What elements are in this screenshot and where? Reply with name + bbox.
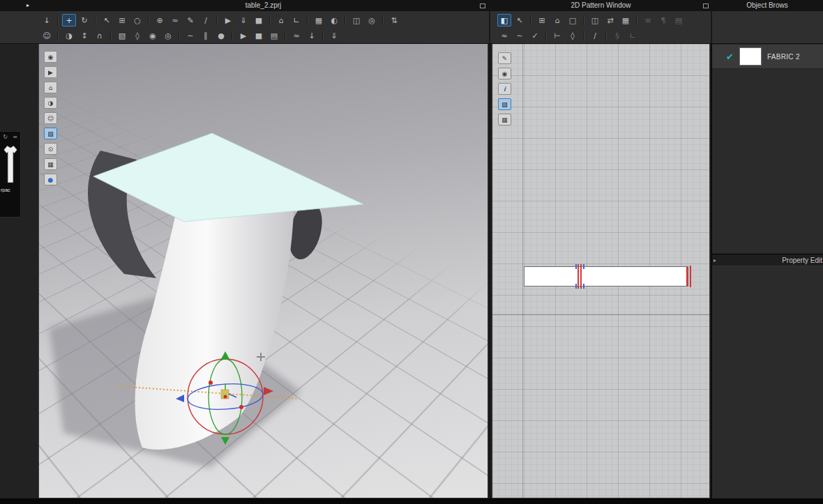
2d-pattern-viewport[interactable]: ✎◉i▧▦ [492, 43, 710, 498]
show-avatar-icon[interactable]: ◑ [62, 29, 76, 42]
transform-pattern-tool-icon[interactable]: ◧ [497, 14, 511, 26]
grid-2d-icon[interactable]: ▦ [498, 114, 511, 125]
drape-icon[interactable]: ⇓ [236, 14, 250, 26]
view-reset-icon[interactable]: ⌂ [44, 82, 57, 93]
gizmo-rotate-tool-icon[interactable]: ↻ [77, 14, 91, 26]
notch-tool-icon[interactable]: ⊢ [550, 29, 564, 42]
align-tool-icon[interactable]: ⇅ [387, 14, 401, 26]
show-avatar-3d-icon[interactable]: ☺ [44, 112, 57, 124]
show-garment-icon[interactable]: ▧ [115, 29, 129, 42]
split-view-icon[interactable]: ◫ [349, 14, 363, 26]
simulate-icon[interactable]: ▶ [221, 14, 235, 26]
annotation-icon[interactable]: ¶ [656, 14, 670, 26]
icon-glyph: ⇅ [391, 16, 397, 25]
info-icon[interactable]: i [498, 83, 511, 95]
show-grid-3d-icon[interactable]: ▦ [44, 158, 57, 170]
table-top-surface[interactable] [93, 133, 363, 222]
gizmo-move-tool-icon[interactable]: + [62, 14, 76, 26]
window-gap-divider [488, 43, 492, 498]
icon-glyph: ▧ [119, 31, 126, 40]
texture-tool-icon[interactable]: ▦ [312, 14, 326, 26]
pattern-piece[interactable] [524, 266, 688, 287]
float-window-icon[interactable] [480, 3, 485, 8]
sync-panel-icon[interactable]: ⇄ [603, 14, 617, 26]
show-seams-icon[interactable]: ∼ [183, 29, 197, 42]
free-seam-tool-icon[interactable]: ∼ [513, 29, 527, 42]
fabric-list-item[interactable]: ✔ FABRIC 2 [712, 44, 823, 69]
render-mode-icon[interactable]: ◑ [44, 97, 57, 109]
light-tool-icon[interactable]: ◐ [327, 14, 341, 26]
grading-icon[interactable]: ≡ [641, 14, 655, 26]
avatar-pose-icon[interactable]: ↕ [77, 29, 91, 42]
gizmo-point[interactable] [209, 381, 213, 385]
video-icon[interactable]: ▶ [44, 66, 57, 78]
garment-list-panel[interactable]: ↻≡ rpac [0, 131, 21, 217]
dart-tool-icon[interactable]: ◊ [566, 29, 580, 42]
stop-icon[interactable]: ■ [252, 29, 266, 42]
icon-glyph: ↻ [81, 16, 87, 25]
list-icon[interactable]: ≡ [11, 133, 19, 140]
pattern-edge-right-red[interactable] [686, 267, 688, 286]
show-seam-2d-icon[interactable]: ◉ [498, 68, 511, 79]
icon-glyph: ⊢ [554, 31, 561, 40]
measure-tool-icon[interactable]: ∟ [289, 14, 303, 26]
pattern-info-icon[interactable]: § [610, 29, 624, 42]
final-drop-icon[interactable]: ⇓ [327, 29, 341, 42]
fabric-swatch[interactable] [739, 47, 762, 66]
show-pattern-3d-icon[interactable]: ▧ [44, 128, 57, 139]
add-point-tool-icon[interactable]: ⊞ [535, 14, 549, 26]
float-window-icon[interactable] [703, 3, 709, 8]
show-internal-lines-icon[interactable]: ∥ [199, 29, 213, 42]
avatar-icon[interactable]: ☺ [40, 29, 54, 42]
polygon-tool-icon[interactable]: ⌂ [550, 14, 564, 26]
show-basepoints-icon[interactable]: ● [214, 29, 228, 42]
edit-pattern-tool-icon[interactable]: ↖ [513, 14, 527, 26]
rectangle-tool-icon[interactable]: □ [566, 14, 580, 26]
play-icon[interactable]: ▶ [236, 29, 250, 42]
gizmo-center-point[interactable] [224, 395, 227, 399]
property-editor-header[interactable]: ▸ Property Edit [712, 254, 823, 266]
pen-3d-tool-icon[interactable]: ✎ [183, 14, 197, 26]
sewing-tool-icon[interactable]: ≈ [168, 14, 182, 26]
internal-line-tool-icon[interactable]: ∕ [588, 29, 602, 42]
zoom-extents-icon[interactable]: ⌂ [274, 14, 288, 26]
internal-seam-line[interactable] [580, 264, 582, 289]
reset-view-icon[interactable]: ◎ [365, 14, 379, 26]
3d-viewport[interactable]: ◉▶⌂◑☺▧⊙▦● [38, 43, 488, 498]
icon-glyph: ◎ [165, 31, 172, 40]
solidify-icon[interactable]: ■ [252, 14, 266, 26]
stress-map-icon[interactable]: ◎ [161, 29, 175, 42]
import-arrow-icon[interactable]: ↓ [40, 14, 54, 26]
snapshot-icon[interactable]: ◉ [44, 51, 57, 63]
seam-check-icon[interactable]: ✓ [528, 29, 542, 42]
garment-fit-icon[interactable]: ◊ [130, 29, 144, 42]
select-tool-icon[interactable]: ↖ [100, 14, 114, 26]
show-3d-window-icon[interactable]: ◫ [588, 14, 602, 26]
toolbar-divider [110, 31, 112, 40]
internal-seam-line[interactable] [577, 264, 579, 289]
gravity-icon[interactable]: ↓ [305, 29, 319, 42]
texture-2d-icon[interactable]: ▦ [619, 14, 633, 26]
strain-map-icon[interactable]: ◉ [146, 29, 160, 42]
layer-2d-icon[interactable]: ▤ [672, 14, 686, 26]
edit-curve-icon[interactable]: ✎ [498, 52, 511, 64]
seam-tool-icon[interactable]: ≈ [497, 29, 511, 42]
show-pattern-2d-icon[interactable]: ▧ [498, 98, 511, 110]
show-pins-3d-icon[interactable]: ⊙ [44, 143, 57, 155]
collapse-property-icon[interactable]: ▸ [712, 257, 716, 264]
measure-2d-icon[interactable]: ∟ [626, 29, 640, 42]
globe-icon[interactable]: ● [44, 174, 57, 185]
garment-thumbnail[interactable] [3, 144, 18, 185]
wind-controller-icon[interactable]: ≈ [289, 29, 303, 42]
box-select-tool-icon[interactable]: ⊞ [115, 14, 129, 26]
capture-icon[interactable]: ▤ [267, 29, 281, 42]
pin-tool-icon[interactable]: ⊕ [153, 14, 167, 26]
refresh-icon[interactable]: ↻ [1, 133, 9, 140]
lasso-select-tool-icon[interactable]: ○ [130, 14, 144, 26]
slash-line-tool-icon[interactable]: ∕ [199, 14, 213, 26]
collapse-arrow-icon[interactable]: ▸ [27, 2, 29, 8]
icon-glyph: ⌂ [49, 84, 53, 91]
arrangement-points-icon[interactable]: ∩ [93, 29, 107, 42]
icon-glyph: ⊕ [156, 16, 163, 25]
gizmo-point[interactable] [239, 405, 243, 409]
